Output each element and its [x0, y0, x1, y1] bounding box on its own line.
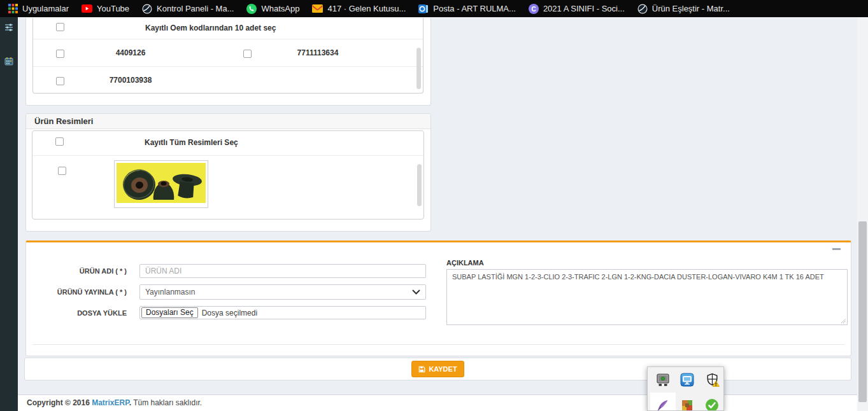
images-select-all-label: Kayıtlı Tüm Resimleri Seç [145, 138, 238, 147]
product-name-input[interactable] [139, 264, 426, 278]
oem-code-value: 7700103938 [92, 76, 169, 85]
resize-grip-icon[interactable] [841, 318, 846, 324]
oem-code-checkbox-3[interactable] [56, 77, 64, 85]
brand-link[interactable]: MatrixERP [92, 398, 129, 407]
image-checkbox-1[interactable] [58, 167, 66, 175]
oem-code-checkbox-2[interactable] [243, 50, 252, 58]
file-status-text: Dosya seçilmedi [202, 309, 257, 317]
product-name-label: ÜRÜN ADI ( * ) [39, 267, 127, 275]
avatar-c-icon: C [529, 4, 539, 14]
svg-text:C: C [531, 5, 536, 12]
pen-feather-icon[interactable] [650, 393, 676, 411]
footer: Copyright © 2016 MatrixERP. Tüm hakları … [18, 394, 868, 411]
calendar-icon[interactable] [4, 57, 13, 66]
valve-seal-photo [117, 163, 206, 203]
images-panel-title: Ürün Resimleri [26, 114, 430, 129]
remote-desktop-icon[interactable] [674, 367, 700, 393]
bookmark-label: Ürün Eşleştir - Matr... [652, 4, 730, 13]
copyright-text: Copyright © 2016 [27, 398, 92, 407]
oem-panel: Kayıtlı Oem kodlarından 10 adet seç 4409… [25, 18, 431, 106]
bookmark-posta-outlook[interactable]: Posta - ART RULMA... [418, 4, 516, 14]
sliders-icon[interactable] [4, 23, 13, 32]
bookmark-kontrol-paneli[interactable]: Kontrol Paneli - Ma... [142, 4, 234, 14]
bookmark-label: Kontrol Paneli - Ma... [157, 4, 234, 13]
publish-select[interactable]: Yayınlanmasın [139, 284, 426, 300]
tray-popup [647, 366, 724, 411]
oem-code-list: Kayıtlı Oem kodlarından 10 adet seç 4409… [32, 18, 423, 94]
rights-text: Tüm hakları saklıdır. [131, 398, 202, 407]
bookmark-label: WhatsApp [261, 4, 299, 13]
row-divider [33, 66, 423, 67]
save-row: KAYDET [24, 358, 851, 380]
outlook-icon [418, 4, 429, 14]
screen: Uygulamalar YouTube Kontrol Paneli - Ma.… [0, 0, 868, 411]
bookmark-apps[interactable]: Uygulamalar [8, 4, 69, 13]
publish-select-value: Yayınlanmasın [145, 288, 196, 296]
bookmark-youtube[interactable]: YouTube [82, 4, 129, 13]
product-form-panel: ÜRÜN ADI ( * ) ÜRÜNÜ YAYINLA ( * ) Yayın… [25, 240, 851, 356]
app-sidebar [0, 17, 18, 411]
photo-collage-icon[interactable] [674, 393, 700, 411]
oem-select-all-label: Kayıtlı Oem kodlarından 10 adet seç [145, 24, 276, 32]
globe-icon [142, 4, 152, 14]
bookmark-label: YouTube [97, 4, 129, 13]
file-upload-label: DOSYA YÜKLE [39, 309, 127, 317]
oem-code-value: 7711113634 [273, 48, 362, 57]
images-panel: Ürün Resimleri Kayıtlı Tüm Resimleri Seç [25, 113, 431, 232]
form-divider [32, 344, 844, 345]
row-divider [32, 155, 423, 156]
images-list: Kayıtlı Tüm Resimleri Seç [32, 130, 424, 219]
oem-code-checkbox-1[interactable] [56, 50, 64, 58]
bookmarks-bar: Uygulamalar YouTube Kontrol Paneli - Ma.… [0, 0, 868, 17]
bookmark-gelen-kutusu[interactable]: 417 · Gelen Kutusu... [312, 4, 406, 13]
save-floppy-icon [418, 366, 425, 373]
globe-icon [637, 4, 648, 14]
apps-grid-icon [8, 4, 18, 13]
choose-files-button[interactable]: Dosyaları Seç [141, 307, 198, 318]
page-scrollbar-thumb[interactable] [858, 221, 867, 402]
description-textarea[interactable]: SUBAP LASTİĞİ MGN 1-2-3-CLIO 2-3-TRAFIC … [447, 270, 847, 324]
antivirus-ok-icon[interactable] [699, 393, 724, 411]
bookmark-urun-eslestir[interactable]: Ürün Eşleştir - Matr... [637, 4, 730, 14]
images-select-all-checkbox[interactable] [55, 137, 64, 146]
bookmark-label: 417 · Gelen Kutusu... [327, 4, 406, 13]
save-button-label: KAYDET [429, 365, 457, 373]
gmail-icon [312, 4, 323, 13]
whatsapp-icon [246, 4, 257, 14]
description-textarea-wrap: SUBAP LASTİĞİ MGN 1-2-3-CLIO 2-3-TRAFIC … [446, 269, 848, 325]
images-list-scrollbar-thumb[interactable] [417, 164, 422, 206]
bookmark-label: Posta - ART RULMA... [433, 4, 516, 13]
chevron-down-icon [412, 289, 420, 295]
bookmark-label: 2021 A SINIFI - Soci... [543, 4, 625, 13]
oem-code-value: 4409126 [92, 48, 169, 57]
device-monitor-icon[interactable] [650, 367, 676, 393]
panel-collapse-button[interactable] [832, 248, 841, 250]
bookmark-whatsapp[interactable]: WhatsApp [246, 4, 299, 14]
publish-label: ÜRÜNÜ YAYINLA ( * ) [39, 288, 127, 296]
description-label: AÇIKLAMA [446, 259, 484, 267]
file-upload-input[interactable]: Dosyaları Seç Dosya seçilmedi [139, 306, 426, 319]
bookmark-sinifi[interactable]: C 2021 A SINIFI - Soci... [529, 4, 625, 14]
row-divider [33, 39, 423, 39]
oem-list-scrollbar-thumb[interactable] [416, 48, 421, 89]
youtube-icon [82, 4, 92, 13]
security-shield-warning-icon[interactable] [699, 367, 724, 393]
oem-select-all-checkbox[interactable] [56, 23, 64, 31]
product-image-thumbnail[interactable] [114, 160, 208, 208]
save-button[interactable]: KAYDET [411, 361, 464, 377]
bookmark-label: Uygulamalar [22, 4, 69, 13]
